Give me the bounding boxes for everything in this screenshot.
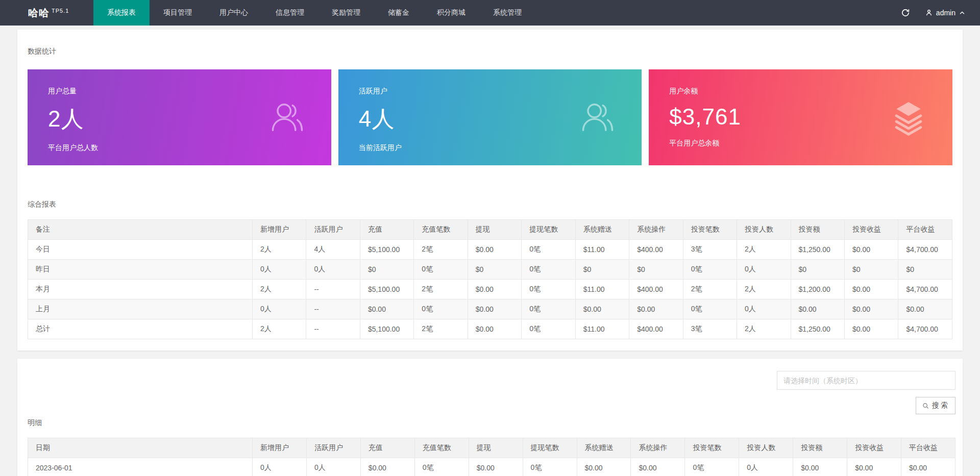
table-cell: $0.00 [631,458,685,476]
table-cell: $0.00 [844,240,898,260]
column-header: 投资人数 [739,438,793,458]
column-header: 系统赠送 [577,438,631,458]
table-cell: $0 [575,260,629,280]
table-cell: $0.00 [575,299,629,319]
column-header: 提现 [468,220,521,240]
stats-panel: 数据统计 用户总量 2人 平台用户总人数 活跃用户 4人 当前活跃用户 [17,30,963,350]
table-cell: 0笔 [685,458,739,476]
summary-report-table: 备注新增用户活跃用户充值充值笔数提现提现笔数系统赠送系统操作投资笔数投资人数投资… [28,219,952,339]
table-cell: $0.00 [468,240,521,260]
table-cell: 0人 [306,458,360,476]
table-cell: $0 [360,260,413,280]
stats-section-title: 数据统计 [28,47,952,56]
nav-item-points-mall[interactable]: 积分商城 [423,0,479,26]
table-cell: 总计 [28,319,253,339]
table-cell: 0笔 [522,280,575,299]
table-cell: $4,700.00 [898,280,952,299]
table-cell: $0.00 [468,319,521,339]
column-header: 新增用户 [253,438,307,458]
table-cell: 0笔 [522,240,575,260]
table-cell: $0 [844,260,898,280]
search-button-label: 搜索 [932,401,949,410]
table-cell: $4,700.00 [898,319,952,339]
filter-row [28,371,955,390]
table-cell: $11.00 [575,319,629,339]
table-cell: $1,250.00 [791,319,844,339]
table-cell: 0笔 [683,260,737,280]
table-cell: 0人 [306,260,360,280]
magnifier-icon [922,402,929,410]
table-cell: $0 [468,260,521,280]
layers-icon [889,98,928,137]
table-cell: $400.00 [629,280,683,299]
nav-item-savings[interactable]: 储蓄金 [374,0,423,26]
nav-item-info-mgmt[interactable]: 信息管理 [262,0,318,26]
column-header: 平台收益 [898,220,952,240]
table-cell: $0.00 [844,280,898,299]
nav-item-project-mgmt[interactable]: 项目管理 [150,0,206,26]
top-nav: 哈哈 TP5.1 系统报表 项目管理 用户中心 信息管理 奖励管理 储蓄金 积分… [0,0,980,26]
column-header: 系统赠送 [575,220,629,240]
search-button[interactable]: 搜索 [916,397,955,414]
column-header: 投资收益 [844,220,898,240]
table-cell: 2笔 [683,280,737,299]
table-cell: -- [306,280,360,299]
card-label: 用户余额 [669,87,932,96]
table-cell: $0.00 [898,299,952,319]
column-header: 平台收益 [901,438,955,458]
column-header: 充值 [360,220,413,240]
user-menu[interactable]: admin [925,0,966,26]
table-cell: $0.00 [793,458,847,476]
table-cell: $11.00 [575,280,629,299]
table-cell: $0.00 [791,299,844,319]
column-header: 充值 [360,438,414,458]
stat-card-user-balance: 用户余额 $3,761 平台用户总余额 [649,69,952,165]
table-cell: $0.00 [360,299,413,319]
nav-right: admin [895,0,980,26]
column-header: 投资笔数 [685,438,739,458]
table-cell: $0.00 [844,299,898,319]
nav-item-reward-mgmt[interactable]: 奖励管理 [318,0,374,26]
app-logo: 哈哈 TP5.1 [0,0,93,26]
table-cell: 2人 [253,240,306,260]
nav-item-system-mgmt[interactable]: 系统管理 [479,0,535,26]
column-header: 活跃用户 [306,438,360,458]
table-cell: 0人 [737,260,791,280]
column-header: 新增用户 [253,220,306,240]
card-sublabel: 平台用户总人数 [48,143,311,153]
table-cell: 2笔 [414,280,468,299]
table-row: 总计2人--$5,100.002笔$0.000笔$11.00$400.003笔2… [28,319,952,339]
table-cell: 0人 [253,299,306,319]
column-header: 活跃用户 [306,220,360,240]
table-cell: $400.00 [629,240,683,260]
table-cell: $0 [629,260,683,280]
table-cell: 0笔 [414,260,468,280]
logo-version: TP5.1 [52,8,69,14]
column-header: 提现笔数 [522,220,575,240]
table-cell: $0 [898,260,952,280]
table-cell: 2笔 [414,240,468,260]
table-cell: 2023-06-01 [28,458,253,476]
card-label: 用户总量 [48,87,311,96]
table-cell: -- [306,299,360,319]
nav-item-system-report[interactable]: 系统报表 [93,0,150,26]
stat-card-active-users: 活跃用户 4人 当前活跃用户 [338,69,642,165]
table-cell: $0.00 [844,319,898,339]
nav-item-user-center[interactable]: 用户中心 [206,0,262,26]
table-cell: $0.00 [468,299,521,319]
table-cell: 3笔 [683,240,737,260]
detail-panel: 搜索 明细 日期新增用户活跃用户充值充值笔数提现提现笔数系统赠送系统操作投资笔数… [17,359,963,476]
table-cell: $4,700.00 [898,240,952,260]
stat-card-total-users: 用户总量 2人 平台用户总人数 [28,69,331,165]
refresh-icon[interactable] [895,0,916,26]
column-header: 日期 [28,438,253,458]
column-header: 系统操作 [629,220,683,240]
time-range-input[interactable] [777,371,955,390]
table-row: 昨日0人0人$00笔$00笔$0$00笔0人$0$0$0 [28,260,952,280]
table-cell: 2人 [253,280,306,299]
table-header-row: 备注新增用户活跃用户充值充值笔数提现提现笔数系统赠送系统操作投资笔数投资人数投资… [28,220,952,240]
table-cell: $0.00 [629,299,683,319]
table-cell: 0人 [739,458,793,476]
column-header: 充值笔数 [414,220,468,240]
chevron-up-icon [959,9,966,16]
